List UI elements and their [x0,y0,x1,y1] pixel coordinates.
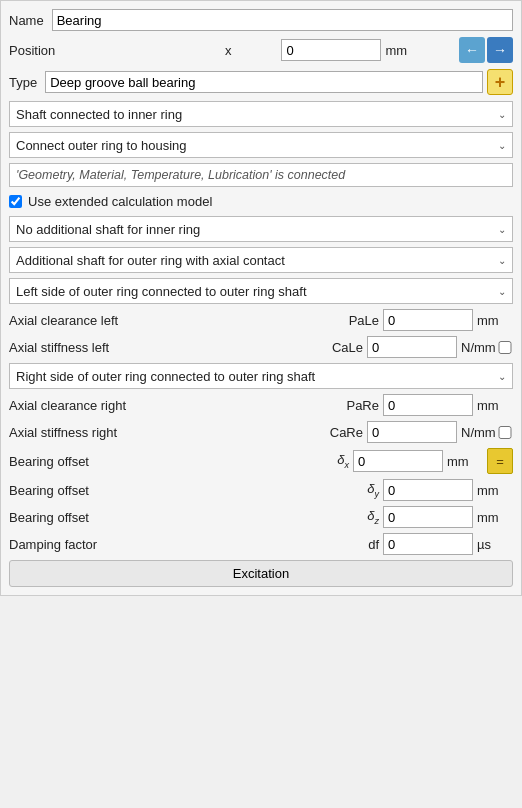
bearing-offset-y-input[interactable] [383,479,473,501]
no-shaft-inner-label: No additional shaft for inner ring [16,222,494,237]
axial-clearance-left-code: PaLe [329,313,379,328]
extended-model-row: Use extended calculation model [9,192,513,211]
axial-stiffness-left-unit: N/mm [461,340,497,355]
position-row: Position x mm ← → [9,37,513,63]
type-row: Type + [9,69,513,95]
name-input[interactable] [52,9,513,31]
axial-stiffness-right-checkbox[interactable] [497,426,513,439]
bearing-offset-z-unit: mm [477,510,513,525]
axial-clearance-right-unit: mm [477,398,513,413]
shaft-inner-ring-dropdown[interactable]: Shaft connected to inner ring ⌄ [9,101,513,127]
bearing-offset-x-label: Bearing offset [9,454,299,469]
left-outer-ring-label: Left side of outer ring connected to out… [16,284,494,299]
shaft-outer-axial-chevron: ⌄ [498,255,506,266]
axial-stiffness-right-input[interactable] [367,421,457,443]
axial-stiffness-left-row: Axial stiffness left CaLe N/mm [9,336,513,358]
damping-factor-unit: µs [477,537,513,552]
axial-stiffness-left-input[interactable] [367,336,457,358]
axial-stiffness-right-label: Axial stiffness right [9,425,313,440]
no-shaft-inner-chevron: ⌄ [498,224,506,235]
damping-factor-row: Damping factor df µs [9,533,513,555]
left-outer-ring-chevron: ⌄ [498,286,506,297]
right-outer-ring-dropdown[interactable]: Right side of outer ring connected to ou… [9,363,513,389]
bearing-offset-y-code: δy [329,481,379,499]
info-connected: 'Geometry, Material, Temperature, Lubric… [9,163,513,187]
position-label: Position [9,43,55,58]
extended-model-checkbox[interactable] [9,195,22,208]
bearing-offset-z-input[interactable] [383,506,473,528]
shaft-inner-ring-chevron: ⌄ [498,109,506,120]
bearing-offset-x-code: δx [299,452,349,470]
axial-clearance-left-input[interactable] [383,309,473,331]
name-label: Name [9,13,44,28]
info-text: 'Geometry, Material, Temperature, Lubric… [16,168,345,182]
bearing-offset-x-equal-button[interactable]: = [487,448,513,474]
axial-stiffness-left-checkbox[interactable] [497,341,513,354]
right-outer-ring-chevron: ⌄ [498,371,506,382]
bearing-offset-z-label: Bearing offset [9,510,329,525]
bearing-offset-y-label: Bearing offset [9,483,329,498]
axial-clearance-right-row: Axial clearance right PaRe mm [9,394,513,416]
axial-clearance-left-unit: mm [477,313,513,328]
bearing-offset-x-unit: mm [447,454,483,469]
shaft-outer-axial-dropdown[interactable]: Additional shaft for outer ring with axi… [9,247,513,273]
right-outer-ring-label: Right side of outer ring connected to ou… [16,369,494,384]
damping-factor-input[interactable] [383,533,473,555]
outer-ring-housing-label: Connect outer ring to housing [16,138,494,153]
bearing-offset-z-row: Bearing offset δz mm [9,506,513,528]
shaft-inner-ring-label: Shaft connected to inner ring [16,107,494,122]
outer-ring-housing-chevron: ⌄ [498,140,506,151]
no-shaft-inner-dropdown[interactable]: No additional shaft for inner ring ⌄ [9,216,513,242]
x-label: x [225,43,232,58]
type-add-button[interactable]: + [487,69,513,95]
bearing-offset-x-row: Bearing offset δx mm = [9,448,513,474]
type-input[interactable] [45,71,483,93]
axial-stiffness-left-code: CaLe [313,340,363,355]
type-label: Type [9,75,37,90]
axial-clearance-right-input[interactable] [383,394,473,416]
bearing-offset-x-input[interactable] [353,450,443,472]
shaft-outer-axial-label: Additional shaft for outer ring with axi… [16,253,494,268]
axial-stiffness-right-unit: N/mm [461,425,497,440]
axial-clearance-left-row: Axial clearance left PaLe mm [9,309,513,331]
excitation-button[interactable]: Excitation [9,560,513,587]
position-right-button[interactable]: → [487,37,513,63]
axial-stiffness-left-label: Axial stiffness left [9,340,313,355]
position-x-input[interactable] [281,39,381,61]
damping-factor-label: Damping factor [9,537,329,552]
name-row: Name [9,9,513,31]
axial-clearance-right-code: PaRe [329,398,379,413]
outer-ring-housing-dropdown[interactable]: Connect outer ring to housing ⌄ [9,132,513,158]
position-left-button[interactable]: ← [459,37,485,63]
bearing-panel: Name Position x mm ← → Type + Shaft conn… [0,0,522,596]
position-unit: mm [385,43,407,58]
axial-clearance-left-label: Axial clearance left [9,313,329,328]
damping-factor-code: df [329,537,379,552]
bearing-offset-y-unit: mm [477,483,513,498]
extended-model-label: Use extended calculation model [28,194,212,209]
axial-stiffness-right-code: CaRe [313,425,363,440]
bearing-offset-y-row: Bearing offset δy mm [9,479,513,501]
left-outer-ring-dropdown[interactable]: Left side of outer ring connected to out… [9,278,513,304]
axial-clearance-right-label: Axial clearance right [9,398,329,413]
bearing-offset-z-code: δz [329,508,379,526]
axial-stiffness-right-row: Axial stiffness right CaRe N/mm [9,421,513,443]
